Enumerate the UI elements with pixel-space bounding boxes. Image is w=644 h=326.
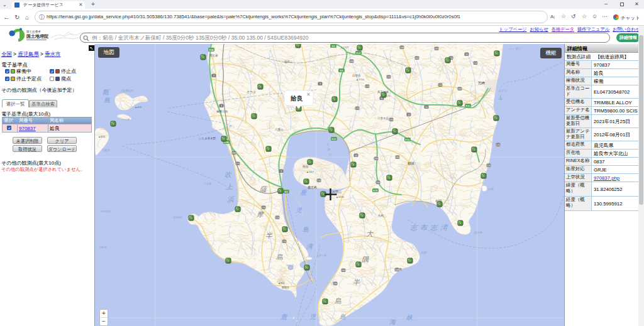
svg-text:10: 10 bbox=[465, 53, 468, 56]
svg-text:226: 226 bbox=[275, 217, 279, 219]
svg-text:265: 265 bbox=[415, 57, 419, 60]
svg-text:池田湖: 池田湖 bbox=[286, 264, 294, 267]
svg-text:半: 半 bbox=[353, 278, 360, 286]
svg-text:草垣群島: 草垣群島 bbox=[101, 210, 111, 213]
svg-text:知林ヶ島: 知林ヶ島 bbox=[316, 254, 326, 257]
svg-text:E3: E3 bbox=[332, 45, 335, 48]
svg-text:▲423: ▲423 bbox=[135, 106, 142, 109]
svg-text:下甑島: 下甑島 bbox=[101, 149, 110, 152]
svg-text:270: 270 bbox=[262, 207, 265, 209]
svg-text:E3: E3 bbox=[340, 70, 343, 72]
svg-text:▲1117: ▲1117 bbox=[306, 170, 314, 173]
svg-text:⚓: ⚓ bbox=[498, 95, 503, 101]
svg-text:269: 269 bbox=[341, 269, 345, 272]
svg-text:270: 270 bbox=[236, 163, 240, 165]
svg-text:E3A: E3A bbox=[209, 49, 214, 52]
svg-text:219: 219 bbox=[438, 84, 442, 87]
svg-text:島: 島 bbox=[335, 297, 341, 305]
svg-text:大: 大 bbox=[366, 230, 374, 237]
svg-text:志 布 志 湾: 志 布 志 湾 bbox=[409, 224, 448, 231]
svg-text:開聞岳: 開聞岳 bbox=[282, 286, 289, 289]
svg-text:宮崎: 宮崎 bbox=[478, 81, 486, 85]
svg-text:E3: E3 bbox=[285, 191, 288, 193]
svg-text:八重山: 八重山 bbox=[275, 128, 284, 131]
svg-text:浜: 浜 bbox=[227, 195, 235, 203]
svg-text:E10: E10 bbox=[332, 138, 336, 141]
svg-text:▲1236: ▲1236 bbox=[336, 195, 345, 198]
svg-text:E10: E10 bbox=[357, 52, 361, 55]
svg-text:221: 221 bbox=[387, 76, 391, 79]
svg-text:220: 220 bbox=[487, 165, 491, 167]
svg-text:津倉瀬: 津倉瀬 bbox=[99, 246, 107, 249]
svg-text:隅: 隅 bbox=[362, 256, 369, 263]
svg-text:448: 448 bbox=[395, 269, 399, 271]
svg-text:219: 219 bbox=[474, 62, 477, 65]
svg-text:久多島: 久多島 bbox=[203, 182, 211, 185]
svg-text:268: 268 bbox=[350, 60, 353, 63]
svg-text:島: 島 bbox=[276, 253, 283, 261]
svg-text:鹿児島: 鹿児島 bbox=[308, 185, 317, 190]
svg-text:上甑島: 上甑島 bbox=[119, 89, 128, 92]
svg-text:都城: 都城 bbox=[408, 161, 415, 166]
svg-text:E78: E78 bbox=[374, 190, 378, 192]
svg-text:韓国岳: 韓国岳 bbox=[352, 74, 361, 77]
svg-text:島: 島 bbox=[340, 313, 346, 320]
svg-text:269: 269 bbox=[333, 283, 337, 285]
svg-text:E10: E10 bbox=[406, 139, 410, 141]
svg-text:薩摩川内: 薩摩川内 bbox=[216, 110, 228, 113]
svg-text:さつま: さつま bbox=[247, 90, 256, 94]
svg-text:大島: 大島 bbox=[487, 187, 494, 191]
svg-text:半: 半 bbox=[265, 232, 273, 239]
svg-text:3: 3 bbox=[319, 83, 321, 85]
svg-text:日豊本線: 日豊本線 bbox=[377, 117, 389, 120]
svg-text:えびの: えびの bbox=[340, 46, 349, 49]
svg-text:阿久根: 阿久根 bbox=[209, 54, 218, 57]
svg-text:▲604: ▲604 bbox=[98, 135, 105, 138]
svg-text:10: 10 bbox=[425, 106, 428, 109]
svg-text:国土地理院: 国土地理院 bbox=[26, 34, 48, 39]
svg-text:269: 269 bbox=[376, 182, 380, 184]
svg-text:海: 海 bbox=[389, 318, 396, 325]
svg-text:島: 島 bbox=[303, 226, 309, 233]
svg-text:224: 224 bbox=[317, 180, 321, 182]
svg-text:御岳: 御岳 bbox=[303, 165, 309, 168]
svg-text:児: 児 bbox=[309, 313, 316, 320]
svg-text:269: 269 bbox=[374, 158, 378, 160]
svg-text:中甑島: 中甑島 bbox=[122, 118, 130, 121]
svg-text:吹: 吹 bbox=[225, 171, 232, 178]
svg-text:大淀川: 大淀川 bbox=[498, 89, 507, 92]
svg-text:上: 上 bbox=[226, 183, 233, 190]
svg-text:高隈山: 高隈山 bbox=[332, 190, 341, 193]
svg-text:いちき串木野: いちき串木野 bbox=[199, 137, 216, 140]
svg-text:3: 3 bbox=[221, 105, 222, 107]
svg-text:都井岬: 都井岬 bbox=[474, 231, 483, 234]
svg-text:269: 269 bbox=[458, 88, 462, 90]
svg-text:一ッ瀬川: 一ッ瀬川 bbox=[509, 47, 521, 50]
svg-text:大崎△: 大崎△ bbox=[377, 214, 387, 217]
svg-text:野間岬: 野間岬 bbox=[173, 216, 182, 219]
svg-text:姶良: 姶良 bbox=[290, 95, 303, 102]
svg-text:389: 389 bbox=[232, 152, 236, 155]
svg-text:269: 269 bbox=[389, 119, 393, 121]
svg-text:223: 223 bbox=[365, 85, 369, 88]
svg-text:▲924: ▲924 bbox=[278, 281, 285, 285]
svg-text:▲1700: ▲1700 bbox=[356, 78, 365, 81]
svg-text:紫尾山: 紫尾山 bbox=[284, 60, 293, 63]
svg-text:269: 269 bbox=[396, 156, 399, 159]
svg-text:3: 3 bbox=[280, 170, 282, 173]
svg-text:223: 223 bbox=[355, 107, 359, 110]
svg-text:10: 10 bbox=[355, 155, 357, 157]
svg-text:10: 10 bbox=[408, 114, 410, 116]
svg-text:児: 児 bbox=[296, 207, 303, 214]
svg-text:国土交通省: 国土交通省 bbox=[26, 30, 41, 33]
svg-text:265: 265 bbox=[435, 48, 438, 50]
svg-text:226: 226 bbox=[282, 241, 286, 243]
svg-text:3: 3 bbox=[213, 75, 214, 77]
svg-text:268: 268 bbox=[400, 46, 404, 49]
svg-text:島: 島 bbox=[104, 97, 110, 104]
svg-text:220: 220 bbox=[496, 144, 500, 146]
svg-text:E10: E10 bbox=[466, 105, 470, 107]
svg-text:✕: ✕ bbox=[306, 92, 311, 97]
svg-text:大崎: 大崎 bbox=[420, 251, 427, 254]
